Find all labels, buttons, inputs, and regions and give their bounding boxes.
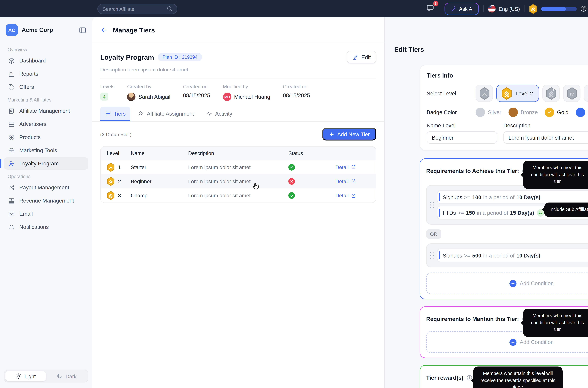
level-1-button[interactable]	[476, 85, 493, 102]
tab-affiliate-assignment[interactable]: Affiliate Assignment	[133, 107, 199, 121]
modifier-avatar: MH	[223, 93, 231, 101]
sidebar: AC Acme Corp Overview Dashboard Reports …	[0, 17, 92, 388]
tab-label: Activity	[215, 111, 232, 116]
plus-circle-icon	[509, 339, 516, 346]
user-icon	[138, 110, 144, 117]
edit-label: Edit	[361, 54, 371, 60]
badge-color-gold-selected[interactable]: Gold	[545, 108, 568, 117]
col-description: Description	[188, 150, 288, 156]
section-label-overview: Overview	[4, 43, 88, 54]
status-active-icon	[288, 164, 295, 170]
sidebar-item-payout-management[interactable]: Payout Management	[4, 181, 88, 194]
language-selector[interactable]: Eng (US)	[488, 5, 520, 13]
tabs: Tiers Affiliate Assignment Activity	[92, 107, 384, 122]
detail-link[interactable]: Detail	[335, 178, 356, 184]
name-level-input[interactable]	[427, 131, 497, 144]
result-count: (3 Data result)	[100, 131, 132, 137]
add-condition-label: Add Condition	[520, 339, 554, 345]
condition-row: Signups >= 500 in a period of 10 Day(s)	[437, 249, 588, 262]
chat-button[interactable]: 3	[425, 2, 435, 15]
table-header: Level Name Description Status	[101, 146, 376, 160]
edit-program-button[interactable]: Edit	[347, 51, 376, 63]
tab-tiers[interactable]: Tiers	[100, 107, 131, 121]
condition-mid: in a period of	[477, 210, 508, 216]
condition-period: 10 Day(s)	[516, 194, 540, 200]
page-header: Manage Tiers	[92, 17, 384, 43]
rewards-title: Tier reward(s)	[426, 374, 463, 381]
modified-by-value: Michael Huang	[234, 94, 270, 100]
org-name: Acme Corp	[22, 27, 75, 33]
drag-handle-icon[interactable]	[430, 202, 434, 208]
sidebar-item-reports[interactable]: Reports	[4, 68, 88, 80]
badge-color-diamond[interactable]: Diamond	[576, 108, 588, 117]
level-2-button-selected[interactable]: Level 2	[496, 85, 539, 102]
table-row[interactable]: 3 Champ Lorem ipsum dolor sit amet Detai…	[101, 188, 376, 202]
tier-level: 3	[118, 193, 121, 198]
condition[interactable]: Signups >= 500 in a period of 10 Day(s)	[437, 249, 588, 262]
item-label: Loyalty Program	[19, 161, 59, 166]
add-tier-label: Add New Tier	[337, 131, 370, 137]
sidebar-spacer	[4, 234, 88, 370]
modified-on-label: Created on	[283, 84, 310, 89]
search-input[interactable]	[103, 6, 164, 12]
theme-dark-button[interactable]: Dark	[46, 371, 87, 381]
sidebar-item-marketing-tools[interactable]: Marketing Tools	[4, 144, 88, 156]
color-label: Gold	[557, 109, 568, 115]
pencil-icon	[352, 54, 359, 60]
badge-color-silver[interactable]: Silver	[476, 108, 501, 117]
detail-link[interactable]: Detail	[335, 193, 356, 198]
ask-ai-button[interactable]: Ask AI	[444, 2, 479, 15]
help-icon[interactable]	[580, 5, 587, 12]
name-description-row: Name Level Description	[427, 123, 588, 144]
levels-label: Levels	[100, 84, 114, 89]
item-label: Dashboard	[19, 58, 46, 63]
sidebar-collapse-icon[interactable]	[79, 26, 86, 34]
created-on-label: Created on	[183, 84, 210, 89]
sidebar-item-notifications[interactable]: Notifications	[4, 221, 88, 233]
external-link-icon	[351, 179, 356, 184]
badge-color-bronze[interactable]: Bronze	[508, 108, 538, 117]
table-row[interactable]: 1 Starter Lorem ipsum dolor sit amet Det…	[101, 160, 376, 174]
meta-modified-on: Created on 08/15/2025	[283, 84, 310, 101]
chat-badge: 3	[433, 0, 439, 6]
section-label-operations: Operations	[4, 170, 88, 181]
app-root: 3 Ask AI Eng (US)	[0, 0, 588, 388]
org-row: AC Acme Corp	[4, 22, 88, 41]
add-new-tier-button[interactable]: Add New Tier	[322, 128, 376, 141]
sidebar-item-revenue-management[interactable]: Revenue Management	[4, 194, 88, 207]
tier-level: 2	[118, 178, 121, 184]
sidebar-item-products[interactable]: Products	[4, 131, 88, 143]
sidebar-item-dashboard[interactable]: Dashboard	[4, 54, 88, 67]
sidebar-item-loyalty-program[interactable]: Loyalty Program	[4, 157, 88, 170]
back-arrow-icon[interactable]	[100, 26, 108, 34]
sidebar-item-affiliate-management[interactable]: Affiliate Management	[4, 105, 88, 117]
tier-badge-icon	[107, 176, 115, 186]
sidebar-item-offers[interactable]: Offers	[4, 81, 88, 93]
tab-label: Affiliate Assignment	[147, 111, 194, 116]
description-input[interactable]	[503, 131, 588, 144]
condition-metric: Signups	[443, 253, 462, 258]
level-3-button[interactable]	[542, 85, 560, 102]
tab-activity[interactable]: Activity	[201, 107, 237, 121]
table-row[interactable]: 2 Beginner Lorem ipsum dolor sit amet De…	[101, 174, 376, 188]
tier-level: 1	[118, 164, 121, 170]
condition-group: Signups >= 500 in a period of 10 Day(s)	[426, 243, 588, 267]
condition[interactable]: Signups >= 100 in a period of 10 Day(s)	[437, 190, 588, 204]
sidebar-item-advertisers[interactable]: Advertisers	[4, 118, 88, 130]
condition-row: Signups >= 100 in a period of 10 Day(s)	[437, 190, 588, 204]
detail-link[interactable]: Detail	[335, 164, 356, 170]
theme-dark-label: Dark	[66, 373, 77, 379]
tier-badge-icon	[107, 191, 115, 200]
search-box[interactable]	[97, 3, 177, 14]
item-label: Products	[19, 134, 41, 140]
theme-light-button[interactable]: Light	[5, 371, 46, 381]
sidebar-item-email[interactable]: Email	[4, 208, 88, 220]
or-separator: OR	[426, 229, 441, 239]
detail-label: Detail	[335, 193, 349, 198]
col-level: Level	[101, 150, 131, 156]
level-4-button[interactable]: IV	[563, 85, 581, 102]
tier-badge-icon	[107, 162, 115, 172]
drag-handle-icon[interactable]	[430, 252, 434, 259]
level-5-button[interactable]: V	[584, 85, 588, 102]
add-condition-button[interactable]: Add Condition	[426, 272, 588, 294]
